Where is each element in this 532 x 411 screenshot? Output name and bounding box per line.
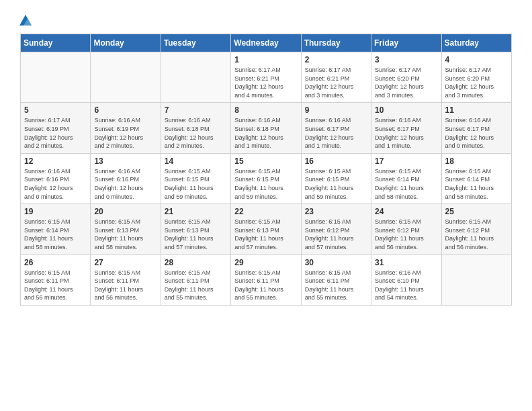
day-number: 16	[305, 156, 367, 166]
day-info: Sunrise: 6:15 AM Sunset: 6:12 PM Dayligh…	[305, 218, 367, 251]
logo-icon	[18, 13, 33, 28]
day-info: Sunrise: 6:16 AM Sunset: 6:16 PM Dayligh…	[94, 167, 157, 201]
day-info: Sunrise: 6:15 AM Sunset: 6:11 PM Dayligh…	[94, 269, 157, 302]
calendar-day-cell: 5Sunrise: 6:17 AM Sunset: 6:19 PM Daylig…	[21, 103, 91, 153]
calendar-day-cell: 4Sunrise: 6:17 AM Sunset: 6:20 PM Daylig…	[441, 52, 511, 103]
day-number: 12	[24, 156, 87, 166]
calendar-week-row: 12Sunrise: 6:16 AM Sunset: 6:16 PM Dayli…	[21, 153, 512, 203]
day-info: Sunrise: 6:16 AM Sunset: 6:18 PM Dayligh…	[165, 116, 227, 150]
day-number: 24	[375, 207, 437, 216]
day-number: 6	[94, 105, 157, 115]
day-info: Sunrise: 6:15 AM Sunset: 6:11 PM Dayligh…	[165, 269, 227, 302]
calendar-day-cell: 11Sunrise: 6:16 AM Sunset: 6:17 PM Dayli…	[441, 103, 511, 153]
day-info: Sunrise: 6:15 AM Sunset: 6:15 PM Dayligh…	[305, 167, 367, 201]
weekday-header-saturday: Saturday	[441, 34, 511, 52]
day-info: Sunrise: 6:15 AM Sunset: 6:14 PM Dayligh…	[24, 218, 87, 251]
calendar-day-cell: 14Sunrise: 6:15 AM Sunset: 6:15 PM Dayli…	[161, 153, 230, 203]
calendar-day-cell: 16Sunrise: 6:15 AM Sunset: 6:15 PM Dayli…	[301, 153, 371, 203]
day-info: Sunrise: 6:17 AM Sunset: 6:19 PM Dayligh…	[24, 116, 87, 150]
calendar-day-cell: 31Sunrise: 6:16 AM Sunset: 6:10 PM Dayli…	[371, 255, 441, 305]
day-number: 31	[375, 258, 437, 267]
day-number: 15	[234, 156, 297, 166]
calendar-day-cell: 21Sunrise: 6:15 AM Sunset: 6:13 PM Dayli…	[161, 204, 230, 255]
day-number: 21	[165, 207, 227, 216]
calendar-day-cell: 3Sunrise: 6:17 AM Sunset: 6:20 PM Daylig…	[371, 52, 441, 103]
weekday-header-sunday: Sunday	[21, 34, 91, 52]
day-info: Sunrise: 6:15 AM Sunset: 6:12 PM Dayligh…	[375, 218, 437, 251]
day-number: 9	[305, 105, 367, 115]
day-info: Sunrise: 6:17 AM Sunset: 6:20 PM Dayligh…	[375, 66, 437, 99]
day-info: Sunrise: 6:16 AM Sunset: 6:10 PM Dayligh…	[375, 269, 437, 302]
day-info: Sunrise: 6:15 AM Sunset: 6:11 PM Dayligh…	[24, 269, 87, 302]
weekday-header-tuesday: Tuesday	[161, 34, 230, 52]
day-number: 30	[305, 258, 367, 267]
calendar-day-cell: 26Sunrise: 6:15 AM Sunset: 6:11 PM Dayli…	[21, 255, 91, 305]
day-number: 5	[24, 105, 87, 115]
day-number: 26	[24, 258, 87, 267]
calendar-day-cell: 30Sunrise: 6:15 AM Sunset: 6:11 PM Dayli…	[301, 255, 371, 305]
day-info: Sunrise: 6:15 AM Sunset: 6:11 PM Dayligh…	[305, 269, 367, 302]
day-info: Sunrise: 6:15 AM Sunset: 6:13 PM Dayligh…	[165, 218, 227, 251]
day-info: Sunrise: 6:16 AM Sunset: 6:17 PM Dayligh…	[375, 116, 437, 150]
weekday-header-friday: Friday	[371, 34, 441, 52]
calendar-day-cell: 15Sunrise: 6:15 AM Sunset: 6:15 PM Dayli…	[231, 153, 301, 203]
day-info: Sunrise: 6:15 AM Sunset: 6:13 PM Dayligh…	[94, 218, 157, 251]
calendar-day-cell: 25Sunrise: 6:15 AM Sunset: 6:12 PM Dayli…	[441, 204, 511, 255]
calendar-day-cell: 9Sunrise: 6:16 AM Sunset: 6:17 PM Daylig…	[301, 103, 371, 153]
day-number: 7	[165, 105, 227, 115]
day-number: 3	[375, 55, 437, 64]
day-info: Sunrise: 6:16 AM Sunset: 6:19 PM Dayligh…	[94, 116, 157, 150]
day-number: 20	[94, 207, 157, 216]
day-number: 10	[375, 105, 437, 115]
day-number: 19	[24, 207, 87, 216]
day-number: 13	[94, 156, 157, 166]
calendar-day-cell: 12Sunrise: 6:16 AM Sunset: 6:16 PM Dayli…	[21, 153, 91, 203]
day-number: 22	[234, 207, 297, 216]
calendar-day-cell: 6Sunrise: 6:16 AM Sunset: 6:19 PM Daylig…	[91, 103, 161, 153]
calendar-week-row: 19Sunrise: 6:15 AM Sunset: 6:14 PM Dayli…	[21, 204, 512, 255]
calendar-day-cell: 8Sunrise: 6:16 AM Sunset: 6:18 PM Daylig…	[231, 103, 301, 153]
calendar-day-cell: 27Sunrise: 6:15 AM Sunset: 6:11 PM Dayli…	[91, 255, 161, 305]
day-number: 14	[165, 156, 227, 166]
calendar-day-cell: 19Sunrise: 6:15 AM Sunset: 6:14 PM Dayli…	[21, 204, 91, 255]
day-info: Sunrise: 6:15 AM Sunset: 6:11 PM Dayligh…	[234, 269, 297, 302]
day-info: Sunrise: 6:17 AM Sunset: 6:21 PM Dayligh…	[234, 66, 297, 99]
day-info: Sunrise: 6:15 AM Sunset: 6:15 PM Dayligh…	[165, 167, 227, 201]
calendar-day-cell: 22Sunrise: 6:15 AM Sunset: 6:13 PM Dayli…	[231, 204, 301, 255]
day-number: 18	[445, 156, 508, 166]
calendar-table: SundayMondayTuesdayWednesdayThursdayFrid…	[20, 34, 512, 306]
calendar-day-cell: 24Sunrise: 6:15 AM Sunset: 6:12 PM Dayli…	[371, 204, 441, 255]
weekday-header-row: SundayMondayTuesdayWednesdayThursdayFrid…	[21, 34, 512, 52]
day-number: 23	[305, 207, 367, 216]
calendar-day-cell: 23Sunrise: 6:15 AM Sunset: 6:12 PM Dayli…	[301, 204, 371, 255]
calendar-day-cell: 13Sunrise: 6:16 AM Sunset: 6:16 PM Dayli…	[91, 153, 161, 203]
weekday-header-monday: Monday	[91, 34, 161, 52]
calendar-day-cell: 7Sunrise: 6:16 AM Sunset: 6:18 PM Daylig…	[161, 103, 230, 153]
day-number: 27	[94, 258, 157, 267]
calendar-day-cell: 10Sunrise: 6:16 AM Sunset: 6:17 PM Dayli…	[371, 103, 441, 153]
calendar-week-row: 1Sunrise: 6:17 AM Sunset: 6:21 PM Daylig…	[21, 52, 512, 103]
calendar-week-row: 26Sunrise: 6:15 AM Sunset: 6:11 PM Dayli…	[21, 255, 512, 305]
calendar-day-cell: 28Sunrise: 6:15 AM Sunset: 6:11 PM Dayli…	[161, 255, 230, 305]
day-info: Sunrise: 6:15 AM Sunset: 6:13 PM Dayligh…	[234, 218, 297, 251]
calendar-day-cell: 17Sunrise: 6:15 AM Sunset: 6:14 PM Dayli…	[371, 153, 441, 203]
day-number: 11	[445, 105, 508, 115]
day-number: 25	[445, 207, 508, 216]
weekday-header-thursday: Thursday	[301, 34, 371, 52]
weekday-header-wednesday: Wednesday	[231, 34, 301, 52]
calendar-day-cell	[441, 255, 511, 305]
day-number: 28	[165, 258, 227, 267]
day-info: Sunrise: 6:17 AM Sunset: 6:21 PM Dayligh…	[305, 66, 367, 99]
calendar-week-row: 5Sunrise: 6:17 AM Sunset: 6:19 PM Daylig…	[21, 103, 512, 153]
day-number: 8	[234, 105, 297, 115]
calendar-day-cell: 20Sunrise: 6:15 AM Sunset: 6:13 PM Dayli…	[91, 204, 161, 255]
calendar-day-cell: 2Sunrise: 6:17 AM Sunset: 6:21 PM Daylig…	[301, 52, 371, 103]
calendar-day-cell: 1Sunrise: 6:17 AM Sunset: 6:21 PM Daylig…	[231, 52, 301, 103]
day-number: 4	[445, 55, 508, 64]
calendar-day-cell: 18Sunrise: 6:15 AM Sunset: 6:14 PM Dayli…	[441, 153, 511, 203]
calendar-day-cell	[91, 52, 161, 103]
day-info: Sunrise: 6:17 AM Sunset: 6:20 PM Dayligh…	[445, 66, 508, 99]
calendar-day-cell: 29Sunrise: 6:15 AM Sunset: 6:11 PM Dayli…	[231, 255, 301, 305]
day-info: Sunrise: 6:16 AM Sunset: 6:17 PM Dayligh…	[445, 116, 508, 150]
day-info: Sunrise: 6:15 AM Sunset: 6:15 PM Dayligh…	[234, 167, 297, 201]
